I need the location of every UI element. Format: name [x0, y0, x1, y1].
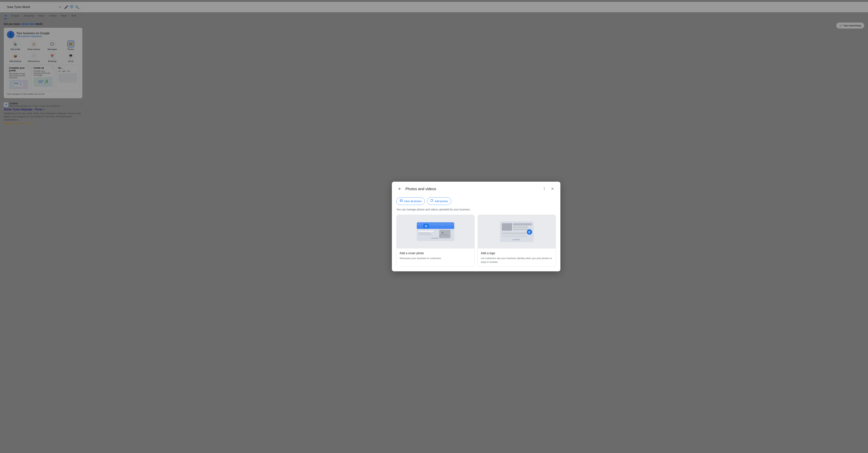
svg-point-46: [519, 239, 520, 240]
svg-point-44: [515, 239, 516, 240]
modal-toolbar: View all photos Add photos: [392, 196, 560, 208]
svg-rect-38: [513, 229, 530, 230]
add-photos-icon: [430, 199, 434, 203]
svg-rect-28: [439, 230, 451, 238]
logo-desc: Let customers see your business identity…: [481, 256, 553, 264]
modal-header-actions: [541, 186, 556, 192]
svg-point-31: [433, 238, 435, 239]
cover-photo-body: Add a cover photo Showcase your business…: [397, 249, 474, 263]
modal-more-button[interactable]: [541, 186, 548, 192]
svg-rect-17: [431, 199, 433, 202]
view-all-photos-label: View all photos: [404, 200, 422, 203]
view-all-photos-button[interactable]: View all photos: [396, 197, 425, 205]
svg-point-45: [517, 239, 518, 240]
logo-illustration: [478, 215, 556, 249]
modal-body: You can manage photos and videos uploade…: [392, 208, 560, 271]
add-photos-label: Add photos: [435, 200, 448, 203]
modal-title: Photos and videos: [405, 187, 539, 191]
svg-rect-20: [417, 226, 454, 229]
photos-videos-modal: Photos and videos: [392, 182, 560, 271]
logo-image: [478, 215, 556, 249]
add-photos-button[interactable]: Add photos: [427, 197, 451, 205]
svg-point-33: [437, 238, 438, 239]
svg-point-32: [435, 238, 436, 239]
svg-point-30: [432, 238, 433, 239]
svg-rect-25: [418, 231, 434, 232]
add-cover-photo-card[interactable]: Add a cover photo Showcase your business…: [396, 215, 475, 267]
photo-cards-grid: Add a cover photo Showcase your business…: [396, 215, 556, 267]
svg-rect-35: [502, 223, 512, 231]
svg-point-43: [513, 239, 514, 240]
svg-rect-24: [425, 224, 427, 225]
logo-body: Add a logo Let customers see your busine…: [478, 249, 556, 267]
svg-rect-27: [418, 234, 432, 235]
svg-rect-40: [502, 234, 526, 235]
svg-rect-36: [513, 223, 532, 226]
cover-illustration: [397, 215, 474, 249]
svg-point-29: [442, 232, 443, 234]
logo-title: Add a logo: [481, 252, 553, 255]
cover-photo-title: Add a cover photo: [400, 252, 471, 255]
svg-rect-26: [418, 233, 430, 233]
add-logo-card[interactable]: Add a logo Let customers see your busine…: [477, 215, 556, 267]
view-photos-icon: [400, 199, 403, 203]
modal-back-button[interactable]: [396, 186, 403, 192]
modal-description: You can manage photos and videos uploade…: [396, 208, 556, 211]
svg-point-12: [544, 187, 545, 188]
svg-rect-37: [513, 226, 528, 228]
svg-point-13: [544, 189, 545, 189]
cover-photo-image: [397, 215, 474, 249]
modal-header: Photos and videos: [392, 182, 560, 196]
svg-rect-41: [502, 236, 528, 237]
svg-point-23: [426, 226, 427, 227]
cover-photo-desc: Showcase your business to customers: [400, 256, 471, 260]
svg-point-16: [401, 200, 401, 200]
modal-close-button[interactable]: [549, 186, 556, 192]
svg-point-14: [544, 190, 545, 190]
